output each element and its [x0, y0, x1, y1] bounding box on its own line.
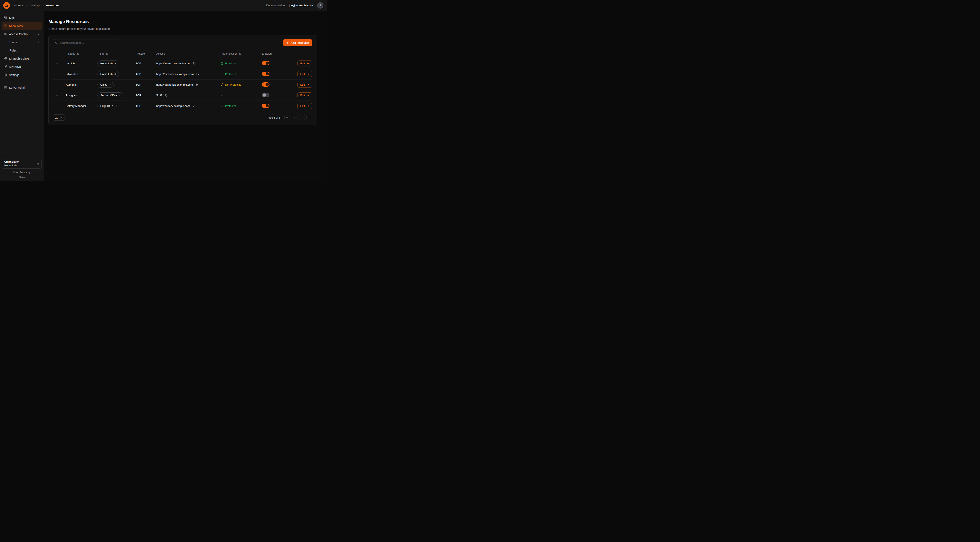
sidebar-item-label: Shareable Links	[9, 57, 29, 60]
enabled-toggle[interactable]	[262, 72, 269, 76]
row-menu-cell	[53, 93, 66, 98]
sidebar-item-label: Settings	[9, 73, 19, 77]
enabled-toggle[interactable]	[262, 104, 269, 108]
table-body: Immich Home Lab TCP https://immich.examp…	[53, 58, 312, 111]
sort-by-authentication-button[interactable]: Authentication	[221, 52, 242, 55]
first-page-button[interactable]	[285, 115, 290, 120]
table-row: Battery Manager Edge 01 TCP https://batt…	[53, 100, 312, 111]
copy-button[interactable]	[192, 104, 196, 108]
last-page-button[interactable]	[307, 115, 312, 120]
site-cell: Office	[97, 82, 136, 88]
org-selector-text: Organization Home Lab	[4, 161, 19, 167]
org-selector[interactable]: Organization Home Lab	[2, 159, 42, 169]
search-input[interactable]	[59, 41, 118, 45]
auth-status: Protected	[221, 62, 262, 65]
arrow-up-right-icon	[118, 94, 121, 96]
sidebar-item-label: Resources	[9, 24, 23, 27]
site-link-button[interactable]: Office	[97, 82, 114, 88]
sidebar-footer: Organization Home Lab Open Source v1.3.0	[0, 156, 44, 181]
header-protocol: Protocol	[136, 52, 156, 55]
open-source-link[interactable]: Open Source	[2, 171, 42, 174]
sidebar-item-shareable-links[interactable]: Shareable Links	[2, 55, 42, 62]
copy-icon	[192, 105, 195, 107]
access-value: https://bitwarden.example.com	[156, 73, 194, 76]
row-actions-menu-button[interactable]	[53, 82, 60, 87]
access-cell: 5432	[156, 94, 221, 97]
arrow-up-right-icon	[114, 62, 116, 65]
sidebar-item-settings[interactable]: Settings	[2, 71, 42, 79]
add-resource-button[interactable]: Add Resource	[283, 39, 312, 46]
breadcrumb-org[interactable]: home-lab	[13, 4, 24, 7]
protocol-value: TCP	[136, 62, 156, 65]
sidebar-item-label: Roles	[10, 49, 17, 52]
row-actions-menu-button[interactable]	[53, 61, 60, 66]
sidebar-item-resources[interactable]: Resources	[2, 22, 42, 30]
table-footer: 20 Page 1 of 1	[53, 115, 312, 121]
copy-button[interactable]	[196, 72, 199, 76]
breadcrumb: home-lab settings resources	[13, 4, 59, 7]
toggle-thumb	[266, 72, 269, 75]
site-cell: Home Lab	[97, 71, 136, 77]
card-toolbar: Add Resource	[53, 39, 312, 46]
auth-status: -	[221, 94, 262, 97]
breadcrumb-settings[interactable]: settings	[30, 4, 40, 7]
access-cell: https://bitwarden.example.com	[156, 72, 221, 76]
sidebar-item-api-keys[interactable]: API Keys	[2, 63, 42, 71]
open-source-label: Open Source	[13, 171, 27, 174]
row-actions-menu-button[interactable]	[53, 104, 60, 108]
search-icon	[55, 41, 58, 44]
gear-icon	[4, 73, 7, 77]
edit-button[interactable]: Edit	[298, 82, 312, 88]
enabled-toggle[interactable]	[262, 61, 269, 65]
row-menu-cell	[53, 61, 66, 66]
sidebar-item-sites[interactable]: Sites	[2, 14, 42, 22]
sidebar-item-roles[interactable]: Roles	[2, 46, 42, 54]
avatar[interactable]: J	[317, 2, 323, 9]
copy-button[interactable]	[164, 94, 168, 97]
page-size-select[interactable]: 20	[53, 115, 65, 121]
resource-name: Bitwarden	[66, 73, 97, 76]
plus-icon	[286, 41, 289, 44]
site-link-button[interactable]: Edge 01	[97, 103, 117, 109]
arrow-right-icon	[307, 83, 309, 86]
copy-icon	[195, 83, 198, 86]
sidebar-item-server-admin[interactable]: Server Admin	[2, 84, 42, 92]
site-link-button[interactable]: Home Lab	[97, 61, 119, 67]
auth-label: Protected	[225, 62, 237, 65]
sidebar-item-label: Sites	[9, 16, 15, 19]
sidebar-item-users[interactable]: Users	[2, 38, 42, 46]
shield-off-icon	[221, 83, 224, 86]
enabled-toggle[interactable]	[262, 93, 269, 97]
copy-icon	[165, 94, 168, 97]
sort-by-name-button[interactable]: Name	[66, 52, 80, 55]
enabled-toggle[interactable]	[262, 82, 269, 87]
edit-button[interactable]: Edit	[298, 71, 312, 77]
user-email[interactable]: joe@example.com	[289, 4, 313, 7]
toggle-thumb	[262, 93, 266, 97]
copy-button[interactable]	[195, 83, 199, 87]
site-link-button[interactable]: Second Office	[97, 92, 123, 98]
edit-button[interactable]: Edit	[298, 61, 312, 67]
access-value: https://immich.example.com	[156, 62, 190, 65]
waypoints-icon	[4, 24, 7, 27]
site-link-button[interactable]: Home Lab	[97, 71, 119, 77]
arrow-right-icon	[307, 62, 309, 65]
documentation-link[interactable]: Documentation	[266, 4, 285, 7]
sidebar-section-gap	[2, 79, 42, 83]
sidebar-item-label: Users	[10, 41, 17, 44]
main-content: Manage Resources Create secure proxies t…	[44, 11, 327, 181]
sidebar-item-access-control[interactable]: Access Control	[2, 30, 42, 38]
access-cell: https://immich.example.com	[156, 62, 221, 65]
copy-button[interactable]	[192, 62, 196, 65]
edit-label: Edit	[300, 94, 305, 97]
row-actions-menu-button[interactable]	[53, 93, 60, 98]
edit-button[interactable]: Edit	[298, 92, 312, 98]
edit-button[interactable]: Edit	[298, 103, 312, 109]
app-logo-icon[interactable]	[3, 2, 10, 9]
sort-by-site-button[interactable]: Site	[97, 52, 108, 55]
actions-cell: Edit	[290, 71, 312, 77]
row-actions-menu-button[interactable]	[53, 72, 60, 77]
previous-page-button[interactable]	[292, 115, 298, 120]
auth-status: Protected	[221, 73, 262, 76]
next-page-button[interactable]	[299, 115, 305, 120]
